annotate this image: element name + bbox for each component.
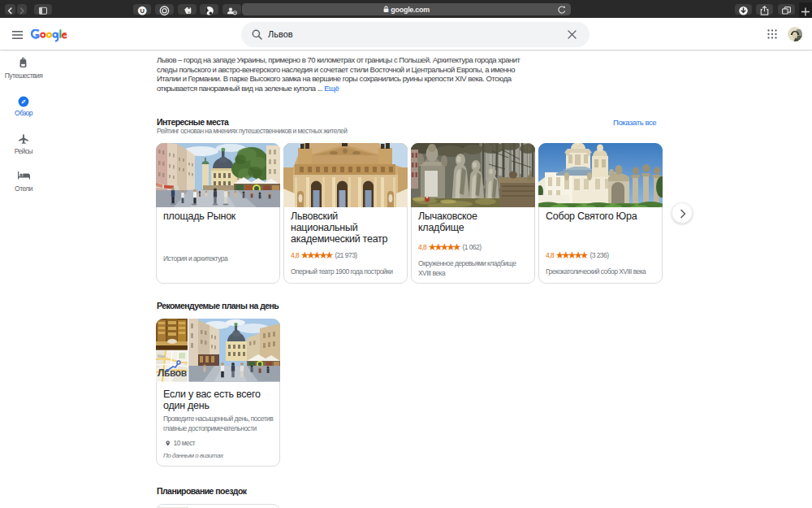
svg-text:Львов: Львов: [158, 367, 187, 379]
svg-text:Ман…: Ман…: [158, 354, 168, 358]
svg-text:U: U: [140, 7, 144, 14]
